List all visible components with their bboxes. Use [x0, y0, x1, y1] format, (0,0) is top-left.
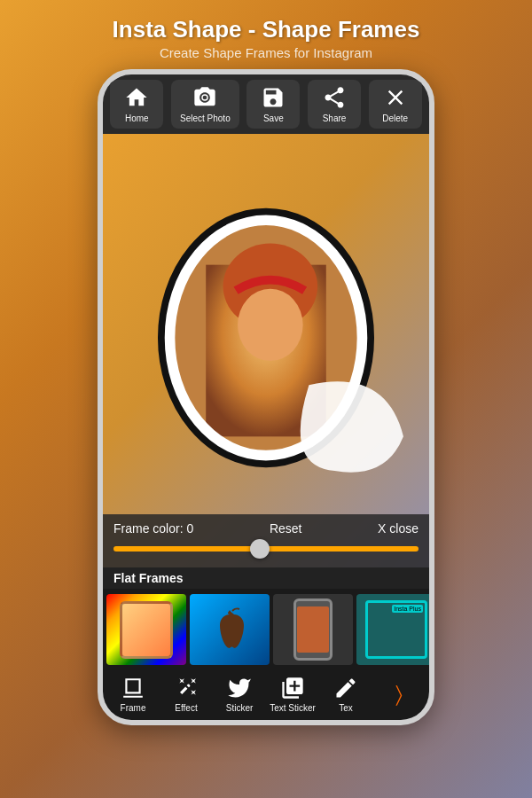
color-slider[interactable]: [113, 541, 419, 557]
apple-bg: : [190, 594, 270, 665]
save-label: Save: [263, 113, 284, 123]
text-sticker-icon: [280, 676, 305, 700]
save-button[interactable]: Save: [246, 80, 300, 129]
close-icon: [383, 85, 408, 110]
nav-text-sticker[interactable]: Text Sticker: [269, 676, 317, 713]
frame-nav-label: Frame: [121, 703, 146, 713]
share-button[interactable]: Share: [308, 80, 361, 129]
frame-thumb-rainbow[interactable]: [106, 594, 186, 665]
phone-bg: [273, 594, 353, 665]
header: Insta Shape - Shape Frames Create Shape …: [0, 0, 532, 69]
frame-svg: [103, 134, 429, 567]
phone-screen: [297, 606, 329, 653]
header-title: Insta Shape - Shape Frames: [18, 16, 514, 43]
share-label: Share: [323, 113, 347, 123]
effect-nav-label: Effect: [175, 703, 197, 713]
nav-frame[interactable]: Frame: [109, 676, 158, 713]
select-photo-label: Select Photo: [180, 113, 231, 123]
phone-shell: Home Select Photo Save Share Delete: [98, 69, 434, 725]
text-sticker-nav-label: Text Sticker: [270, 703, 316, 713]
camera-icon: [192, 85, 217, 110]
phone-inner: [293, 598, 332, 661]
home-icon: [124, 85, 149, 110]
frame-color-label: Frame color: 0: [113, 521, 193, 536]
delete-button[interactable]: Delete: [369, 80, 422, 129]
section-label: Flat Frames: [103, 567, 429, 589]
canvas-area: Frame color: 0 Reset X close: [103, 134, 429, 567]
tex-nav-label: Tex: [339, 703, 353, 713]
header-subtitle: Create Shape Frames for Instagram: [18, 45, 514, 60]
frame-nav-icon: [121, 676, 145, 700]
apple-svg: [207, 606, 252, 654]
reset-button[interactable]: Reset: [270, 521, 302, 536]
effect-nav-icon: [174, 676, 199, 700]
share-icon: [322, 85, 347, 110]
nav-sticker[interactable]: Sticker: [215, 676, 264, 713]
frame-thumb-phone[interactable]: [273, 594, 353, 665]
text-sticker-nav-icon: [280, 676, 305, 700]
frame-icon: [121, 677, 145, 700]
save-icon: [261, 85, 286, 110]
chevron-right-icon: 〉: [395, 682, 403, 707]
teal-bg: Insta Plus: [356, 594, 429, 665]
rainbow-bg: [106, 594, 186, 665]
home-label: Home: [125, 113, 149, 123]
bottom-nav: Frame Effect Sticker: [103, 670, 429, 720]
nav-effect[interactable]: Effect: [162, 676, 211, 713]
sticker-nav-icon: [227, 676, 252, 700]
toolbar: Home Select Photo Save Share Delete: [103, 74, 429, 134]
nav-tex[interactable]: Tex: [322, 676, 371, 713]
rainbow-inner: [120, 601, 173, 659]
sticker-icon: [227, 676, 252, 700]
svg-point-4: [238, 289, 303, 361]
select-photo-button[interactable]: Select Photo: [171, 80, 239, 129]
teal-label: Insta Plus: [392, 605, 423, 613]
delete-label: Delete: [382, 113, 408, 123]
frame-thumb-teal[interactable]: Insta Plus: [356, 594, 429, 665]
frame-thumb-apple[interactable]: : [190, 594, 270, 665]
tex-icon: [333, 676, 358, 700]
home-button[interactable]: Home: [110, 80, 163, 129]
tex-nav-icon: [333, 676, 358, 700]
teal-frame: Insta Plus: [365, 600, 427, 659]
slider-thumb: [250, 539, 270, 559]
sticker-nav-label: Sticker: [226, 703, 254, 713]
close-frame-button[interactable]: X close: [378, 521, 419, 536]
frame-controls: Frame color: 0 Reset X close: [103, 514, 429, 567]
nav-chevron[interactable]: 〉: [375, 682, 424, 707]
frame-ctrl-row: Frame color: 0 Reset X close: [113, 521, 419, 536]
frames-strip:  Insta Plus: [103, 589, 429, 670]
effect-icon: [175, 677, 198, 700]
